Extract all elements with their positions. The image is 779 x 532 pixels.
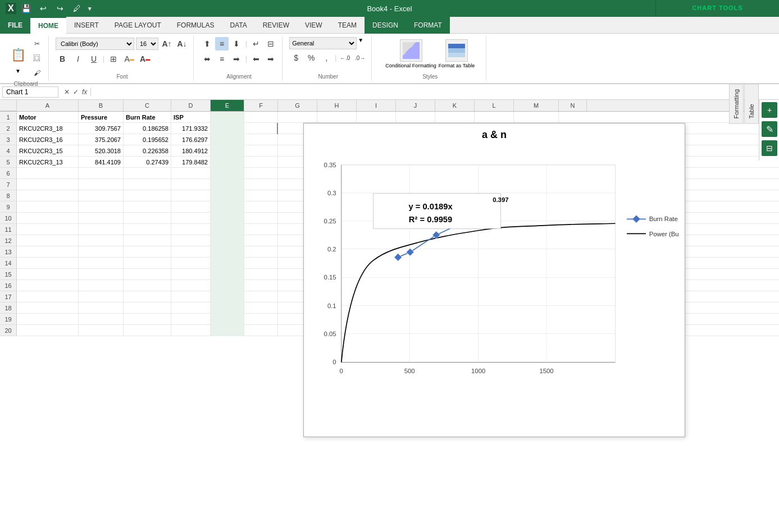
- align-left-button[interactable]: ⬌: [201, 52, 214, 66]
- grid-cell[interactable]: [17, 246, 79, 258]
- grid-cell[interactable]: [244, 302, 278, 314]
- grid-cell[interactable]: [124, 291, 171, 302]
- tab-home[interactable]: HOME: [30, 17, 66, 34]
- grid-cell[interactable]: [124, 213, 171, 224]
- grid-cell[interactable]: [211, 269, 244, 280]
- col-header-d[interactable]: D: [171, 100, 211, 111]
- grid-cell[interactable]: [244, 291, 278, 302]
- grid-cell[interactable]: [79, 190, 124, 201]
- grid-cell[interactable]: [171, 302, 211, 314]
- grid-cell[interactable]: [79, 224, 124, 235]
- format-painter-button[interactable]: 🖌: [30, 66, 44, 80]
- grid-cell[interactable]: [17, 325, 79, 336]
- grid-cell[interactable]: [79, 258, 124, 269]
- grid-cell[interactable]: [79, 179, 124, 190]
- grid-cell[interactable]: [124, 168, 171, 179]
- grid-cell[interactable]: [79, 246, 124, 258]
- grid-cell[interactable]: [124, 201, 171, 213]
- grid-cell[interactable]: [211, 168, 244, 179]
- grid-cell[interactable]: [17, 235, 79, 246]
- cell-e5[interactable]: [211, 157, 244, 168]
- indent-decrease-button[interactable]: ⬅: [249, 52, 263, 66]
- cell-b2[interactable]: 309.7567: [79, 123, 124, 134]
- grid-cell[interactable]: [171, 269, 211, 280]
- grid-cell[interactable]: [124, 190, 171, 201]
- grid-cell[interactable]: [124, 280, 171, 291]
- cell-f2[interactable]: [244, 123, 278, 134]
- tab-team[interactable]: TEAM: [330, 17, 365, 34]
- cell-d4[interactable]: 180.4912: [171, 145, 211, 157]
- grid-cell[interactable]: [171, 179, 211, 190]
- grid-cell[interactable]: [211, 258, 244, 269]
- grid-cell[interactable]: [79, 235, 124, 246]
- grid-cell[interactable]: [171, 246, 211, 258]
- name-box[interactable]: [2, 86, 58, 98]
- cell-a3[interactable]: RKCU2CR3_16: [17, 134, 79, 145]
- cell-j1[interactable]: [396, 112, 435, 123]
- number-format-select[interactable]: General: [289, 37, 357, 49]
- cell-e3[interactable]: [211, 134, 244, 145]
- grid-cell[interactable]: [79, 269, 124, 280]
- tab-formulas[interactable]: FORMULAS: [169, 17, 222, 34]
- grid-cell[interactable]: [17, 190, 79, 201]
- copy-button[interactable]: ⿴: [30, 52, 44, 65]
- decrease-decimal-button[interactable]: ←.0: [338, 51, 352, 65]
- grid-cell[interactable]: [124, 258, 171, 269]
- cell-f5[interactable]: [244, 157, 278, 168]
- indent-increase-button[interactable]: ➡: [264, 52, 277, 66]
- cell-f1[interactable]: [244, 112, 278, 123]
- tab-review[interactable]: REVIEW: [255, 17, 297, 34]
- decrease-font-button[interactable]: A↓: [175, 37, 189, 51]
- grid-cell[interactable]: [244, 201, 278, 213]
- customize-button[interactable]: 🖊: [70, 2, 84, 15]
- grid-cell[interactable]: [244, 314, 278, 325]
- grid-cell[interactable]: [244, 168, 278, 179]
- col-header-k[interactable]: K: [435, 100, 475, 111]
- grid-cell[interactable]: [171, 280, 211, 291]
- comma-button[interactable]: ,: [320, 51, 333, 65]
- grid-cell[interactable]: [17, 201, 79, 213]
- grid-cell[interactable]: [17, 269, 79, 280]
- grid-cell[interactable]: [211, 224, 244, 235]
- grid-cell[interactable]: [124, 179, 171, 190]
- save-button[interactable]: 💾: [20, 2, 33, 15]
- grid-cell[interactable]: [124, 302, 171, 314]
- cell-b5[interactable]: 841.4109: [79, 157, 124, 168]
- table-panel-label[interactable]: Table: [744, 84, 759, 124]
- col-header-h[interactable]: H: [317, 100, 357, 111]
- grid-cell[interactable]: [124, 224, 171, 235]
- redo-button[interactable]: ↪: [53, 2, 67, 15]
- grid-cell[interactable]: [79, 168, 124, 179]
- col-header-m[interactable]: M: [514, 100, 559, 111]
- tab-data[interactable]: DATA: [222, 17, 254, 34]
- cell-b1[interactable]: Pressure: [79, 112, 124, 123]
- grid-cell[interactable]: [124, 235, 171, 246]
- col-header-g[interactable]: G: [278, 100, 317, 111]
- grid-cell[interactable]: [17, 213, 79, 224]
- cell-h1[interactable]: [317, 112, 357, 123]
- grid-cell[interactable]: [79, 280, 124, 291]
- currency-button[interactable]: $: [289, 51, 303, 65]
- grid-cell[interactable]: [244, 246, 278, 258]
- grid-cell[interactable]: [244, 325, 278, 336]
- grid-cell[interactable]: [211, 201, 244, 213]
- bold-button[interactable]: B: [56, 52, 69, 66]
- grid-cell[interactable]: [124, 269, 171, 280]
- grid-cell[interactable]: [17, 224, 79, 235]
- tab-view[interactable]: VIEW: [297, 17, 330, 34]
- grid-cell[interactable]: [124, 246, 171, 258]
- formatting-panel-label[interactable]: Formatting: [729, 84, 744, 124]
- cancel-icon[interactable]: ✕: [64, 88, 70, 96]
- grid-cell[interactable]: [17, 314, 79, 325]
- increase-font-button[interactable]: A↑: [160, 37, 174, 51]
- grid-cell[interactable]: [211, 325, 244, 336]
- grid-cell[interactable]: [244, 213, 278, 224]
- col-header-b[interactable]: B: [79, 100, 124, 111]
- font-color-button[interactable]: A▬: [138, 52, 152, 66]
- grid-cell[interactable]: [124, 325, 171, 336]
- grid-cell[interactable]: [17, 280, 79, 291]
- cell-d2[interactable]: 171.9332: [171, 123, 211, 134]
- increase-decimal-button[interactable]: .0→: [353, 51, 367, 65]
- cell-a1[interactable]: Motor: [17, 112, 79, 123]
- grid-cell[interactable]: [79, 201, 124, 213]
